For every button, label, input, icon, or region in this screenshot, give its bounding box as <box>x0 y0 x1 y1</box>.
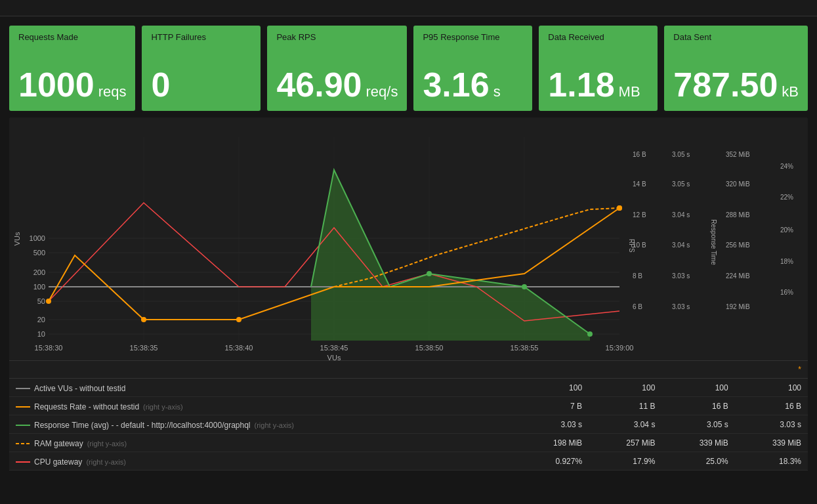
stat-label-2: Peak RPS <box>276 32 398 42</box>
resp-time-axis-label: Response Time <box>710 219 717 265</box>
col-name-header <box>9 361 516 379</box>
col-min-header <box>516 361 589 379</box>
rt-dot-1 <box>427 271 432 276</box>
legend-last-0: 100 <box>735 379 808 397</box>
table-row: RAM gateway (right y-axis) 198 MiB 257 M… <box>9 434 808 452</box>
rr-dot-end <box>617 205 622 211</box>
stat-label-3: P95 Response Time <box>423 32 523 42</box>
main-chart: VUs 10 20 50 100 200 500 1000 15:38:30 <box>9 124 808 360</box>
legend-last-1: 16 B <box>735 397 808 415</box>
r-tick-14b: 14 B <box>633 180 646 188</box>
stat-card-3: P95 Response Time 3.16 s <box>413 26 532 111</box>
stat-unit-2: req/s <box>366 85 398 99</box>
y-tick-20: 20 <box>37 316 45 324</box>
x-axis-label: VUs <box>327 354 341 360</box>
rt-tick-2: 3.04 s <box>672 211 690 219</box>
rt-tick-0: 3.05 s <box>672 151 690 158</box>
legend-min-2: 3.03 s <box>516 415 589 434</box>
r-tick-6b: 6 B <box>633 303 642 310</box>
stat-unit-0: reqs <box>98 85 127 99</box>
pct-tick-0: 24% <box>780 163 793 170</box>
pct-tick-1: 22% <box>780 194 793 201</box>
x-tick-0: 15:38:30 <box>35 344 63 352</box>
legend-max-4: 25.0% <box>661 452 734 471</box>
stat-card-5: Data Sent 787.50 kB <box>664 26 808 111</box>
stat-number-0: 1000 <box>18 68 94 102</box>
x-tick-2: 15:38:40 <box>225 344 253 352</box>
col-max-header <box>661 361 734 379</box>
stat-card-0: Requests Made 1000 reqs <box>9 26 135 111</box>
col-mean-header <box>589 361 661 379</box>
y-tick-200: 200 <box>33 268 45 276</box>
stat-label-0: Requests Made <box>18 32 126 42</box>
stat-unit-4: MB <box>619 85 640 99</box>
stat-value-2: 46.90 req/s <box>276 68 398 102</box>
rr-dot-2 <box>236 317 241 322</box>
legend-name-2: Response Time (avg) - - default - http:/… <box>9 415 516 434</box>
stat-unit-3: s <box>493 85 501 99</box>
table-row: CPU gateway (right y-axis) 0.927% 17.9% … <box>9 452 808 471</box>
x-tick-6: 15:39:00 <box>606 344 634 352</box>
legend-last-4: 18.3% <box>735 452 808 471</box>
table-row: Requests Rate - without testid (right y-… <box>9 397 808 415</box>
mib-tick-5: 192 MiB <box>726 303 750 310</box>
r-tick-16b: 16 B <box>633 151 646 158</box>
stat-value-3: 3.16 s <box>423 68 523 102</box>
legend-name-4: CPU gateway (right y-axis) <box>9 452 516 471</box>
last-asterisk: * <box>798 365 801 374</box>
legend-max-0: 100 <box>661 379 734 397</box>
stat-label-5: Data Sent <box>673 32 799 42</box>
col-last-header: * <box>735 361 808 379</box>
y-axis-label: VUs <box>13 232 21 245</box>
stat-value-1: 0 <box>151 68 251 102</box>
legend-max-3: 339 MiB <box>661 434 734 452</box>
y-tick-10: 10 <box>37 330 45 338</box>
legend-max-2: 3.05 s <box>661 415 734 434</box>
legend-min-1: 7 B <box>516 397 589 415</box>
rt-tick-3: 3.04 s <box>672 242 690 249</box>
table-row: Active VUs - without testid 100 100 100 … <box>9 379 808 397</box>
stat-card-4: Data Received 1.18 MB <box>539 26 658 111</box>
r-tick-12b: 12 B <box>633 211 646 219</box>
header <box>0 0 817 16</box>
legend-last-3: 339 MiB <box>735 434 808 452</box>
r-tick-10b: 10 B <box>633 242 646 249</box>
stat-label-4: Data Received <box>548 32 648 42</box>
pct-tick-2: 20% <box>780 226 793 234</box>
stat-value-0: 1000 reqs <box>18 68 126 102</box>
legend-mean-0: 100 <box>589 379 661 397</box>
table-row: Response Time (avg) - - default - http:/… <box>9 415 808 434</box>
x-tick-1: 15:38:35 <box>130 344 158 352</box>
mib-tick-2: 288 MiB <box>726 211 750 219</box>
y-tick-100: 100 <box>33 283 45 291</box>
pct-tick-4: 16% <box>780 289 793 296</box>
mib-tick-4: 224 MiB <box>726 272 750 280</box>
rt-tick-5: 3.03 s <box>672 303 690 310</box>
stat-value-4: 1.18 MB <box>548 68 648 102</box>
rt-dot-2 <box>522 284 527 289</box>
stat-cards-container: Requests Made 1000 reqs HTTP Failures 0 … <box>0 16 817 117</box>
y-tick-50: 50 <box>37 297 45 305</box>
y-tick-500: 500 <box>33 249 45 257</box>
stat-card-1: HTTP Failures 0 <box>142 26 261 111</box>
legend-table: * Active VUs - without testid 100 100 10… <box>9 360 808 471</box>
legend-mean-2: 3.04 s <box>589 415 661 434</box>
mib-tick-1: 320 MiB <box>726 180 750 188</box>
stat-number-1: 0 <box>151 68 170 102</box>
chart-container: VUs 10 20 50 100 200 500 1000 15:38:30 <box>9 124 808 471</box>
r-tick-8b: 8 B <box>633 272 642 280</box>
pct-tick-3: 18% <box>780 258 793 265</box>
mib-tick-0: 352 MiB <box>726 151 750 158</box>
x-tick-5: 15:38:55 <box>511 344 539 352</box>
x-tick-4: 15:38:50 <box>415 344 444 352</box>
stat-number-5: 787.50 <box>673 68 778 102</box>
legend-mean-1: 11 B <box>589 397 661 415</box>
legend-max-1: 16 B <box>661 397 734 415</box>
legend-name-1: Requests Rate - without testid (right y-… <box>9 397 516 415</box>
legend-mean-3: 257 MiB <box>589 434 661 452</box>
legend-mean-4: 17.9% <box>589 452 661 471</box>
x-tick-3: 15:38:45 <box>320 344 348 352</box>
rr-dot-0 <box>46 299 51 304</box>
legend-name-0: Active VUs - without testid <box>9 379 516 397</box>
rr-dot-1 <box>141 317 146 322</box>
